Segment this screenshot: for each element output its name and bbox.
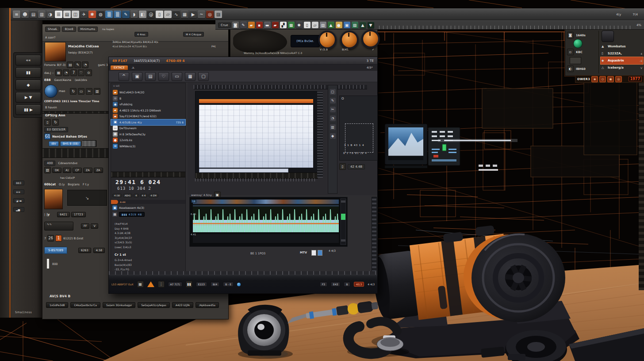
property-row[interactable]: △ Iceberg/a V — [601, 64, 643, 71]
toolbar-icon[interactable]: ▒ — [114, 11, 121, 18]
transport-btn-2[interactable]: B(4 — [211, 282, 219, 287]
toolbar-icon[interactable]: ✱ — [88, 11, 96, 18]
tab-dot[interactable]: .a. — [131, 66, 135, 69]
device-button-ibv[interactable]: IBV — [49, 141, 59, 146]
toolbar-icon[interactable]: ✎ — [122, 11, 130, 18]
orange-flag-icon[interactable]: 1 — [55, 235, 62, 242]
tool-icon[interactable]: ♡ — [78, 69, 84, 76]
file-list-item[interactable]: ◉ vFubb(ng — [111, 101, 185, 108]
canvas-field-value[interactable]: 42 4.4B — [348, 164, 365, 169]
tool-icon[interactable]: ▦ — [55, 69, 62, 76]
section4-opt3[interactable]: F t.y — [83, 183, 89, 186]
toolbar-icon[interactable]: ☰ — [55, 11, 62, 18]
doc-icon[interactable]: ▯ — [44, 119, 51, 126]
preset-side-1[interactable]: 6263 — [78, 248, 91, 253]
page-icon[interactable] — [311, 250, 316, 256]
material-sphere-green[interactable] — [573, 39, 583, 48]
file-list-item[interactable]: ▰ 4.4B23 13Ar/u 43.23 DWbeek — [111, 108, 185, 114]
mix-knob[interactable] — [340, 31, 359, 49]
tool-icon[interactable]: ⊙ — [85, 69, 92, 76]
camera-icon[interactable]: ◙ — [567, 32, 574, 38]
browser-tab[interactable]: Minimums — [78, 27, 98, 32]
panel-knob-button[interactable] — [602, 31, 614, 42]
preset-side-2[interactable]: 4.58 — [93, 248, 105, 253]
canvas-ruler-right[interactable] — [317, 91, 323, 177]
pen-tool-icon[interactable]: ✎ — [330, 98, 336, 104]
timecode-chip[interactable]: 4 — [134, 194, 139, 197]
hand-tool-icon[interactable]: ▥ — [330, 124, 336, 130]
rack-button[interactable]: ▮▮ ▶ — [15, 104, 41, 115]
asset-icon[interactable]: ▬ — [264, 22, 271, 28]
file-list-item[interactable]: ▫ B — [111, 96, 185, 102]
asset-icon[interactable]: ▱ — [312, 22, 318, 28]
footer-icon-button[interactable]: ◎ — [615, 76, 622, 82]
filmstrip-strip[interactable] — [42, 148, 109, 158]
canvas-filmstrip[interactable] — [196, 173, 318, 179]
browser-tab-right[interactable]: na kapes — [102, 27, 114, 31]
tree-item[interactable]: Bas(e(4(s(83 — [115, 263, 184, 268]
sidebar-filmstrip[interactable] — [111, 172, 185, 177]
asset-icon[interactable]: ✎ — [240, 22, 247, 28]
tree-item[interactable]: (4w/F4(s4 — [115, 222, 184, 227]
device-row[interactable]: G1 Nen(ed Bahae Df(es — [44, 133, 108, 140]
editor-tool-button[interactable]: ▣ — [132, 72, 142, 81]
rack-button[interactable]: ◆ — [15, 80, 41, 90]
taskbar-button[interactable]: /ApkbawdSa — [196, 302, 219, 308]
rowb-btn2[interactable]: V — [91, 223, 98, 229]
editor-tool-button[interactable]: ^ — [119, 72, 129, 81]
timeline-ruler-ticks[interactable] — [379, 26, 632, 29]
toolbar-icon[interactable]: ≡ — [13, 11, 20, 18]
toolbar-icon[interactable]: ▶ — [189, 11, 197, 18]
file-list-item[interactable]: — DeTDunesm — [111, 125, 185, 131]
tool-icon[interactable]: 7 — [70, 69, 77, 76]
asset-icon[interactable]: ● — [336, 22, 342, 28]
rowb-btn1[interactable]: FF — [81, 223, 89, 229]
tool-icon[interactable]: ◔ — [82, 61, 88, 68]
section4-opt1[interactable]: O.(y — [59, 183, 65, 186]
asset-icon[interactable]: ▦ — [288, 22, 295, 28]
action-icon[interactable]: ↻ — [70, 88, 77, 95]
chip-button[interactable]: CP — [73, 168, 81, 173]
file-list-item[interactable]: w WMWers(3) — [111, 143, 185, 150]
rowa-btn1[interactable]: 6421 — [57, 212, 70, 217]
chip-button[interactable]: DK — [52, 168, 61, 173]
rack-toggle[interactable]: ≡≡ — [13, 189, 24, 194]
grid-toggle-icon[interactable]: ▦ — [137, 281, 144, 288]
transport-right-2[interactable]: E43 — [331, 282, 340, 287]
tool-icon[interactable]: ▤ — [67, 61, 73, 68]
toolbar-icon[interactable]: ▱ — [164, 11, 172, 18]
kbc-icon[interactable]: ▫ — [567, 49, 574, 55]
transport-toggle[interactable]: B - E — [223, 282, 234, 287]
file-list-item[interactable]: ▰ Say.F2243B427c/wod 632) — [111, 113, 185, 119]
toolbar-icon[interactable]: @ — [147, 11, 155, 18]
timecode-chip[interactable]: AB4) — [123, 194, 132, 197]
zoom-tool-icon[interactable]: ◔ — [330, 115, 336, 121]
asset-icon[interactable]: ▤ — [320, 22, 326, 28]
property-row[interactable]: ▯ S223ZA, 4 — [601, 50, 643, 57]
editor-tool-button[interactable]: ♡ — [158, 72, 169, 81]
asset-icon[interactable]: ▪ — [256, 22, 263, 28]
asset-icon[interactable]: ▞ — [280, 22, 287, 28]
file-list-item[interactable]: ▰ WsCv64(3-5r4(2O — [111, 89, 185, 96]
taskbar-button[interactable]: SeGajaAI1Lryfegas — [138, 302, 170, 308]
asset-icon[interactable]: ▲ — [360, 22, 366, 28]
property-row[interactable]: ◆ Aspastrin -9 — [601, 57, 643, 64]
thumb-icon[interactable]: ▧ — [44, 167, 51, 173]
toolbar-icon[interactable]: ◍ — [97, 11, 104, 18]
toolbar-icon[interactable]: ☻ — [21, 11, 29, 18]
drop-target[interactable]: ↘ — [67, 190, 107, 206]
browser-subtab-2[interactable]: M 4 C4sque — [183, 32, 204, 37]
file-list-item[interactable]: ● 12virb.ks — [111, 137, 185, 143]
generator-row[interactable]: ▣ 4ssebassem 4s(3) — [112, 205, 144, 210]
canvas-hscrollbar[interactable] — [199, 169, 288, 173]
select-tool-icon[interactable]: ▢ — [330, 89, 336, 95]
toolbar-icon[interactable]: ~ — [198, 11, 205, 18]
toolbar-icon[interactable]: ▯ — [156, 11, 163, 18]
rack-button[interactable]: ▮▮ — [15, 67, 41, 78]
rowa-btn2[interactable]: 17723 — [71, 212, 86, 217]
ower-label[interactable]: OWER3 — [577, 77, 590, 81]
chip-button[interactable]: ZA — [83, 168, 92, 173]
chip-button[interactable]: ZA — [94, 168, 103, 173]
gain-knob[interactable] — [318, 31, 337, 49]
taskbar-button[interactable]: A423 U(jfA — [172, 302, 193, 308]
